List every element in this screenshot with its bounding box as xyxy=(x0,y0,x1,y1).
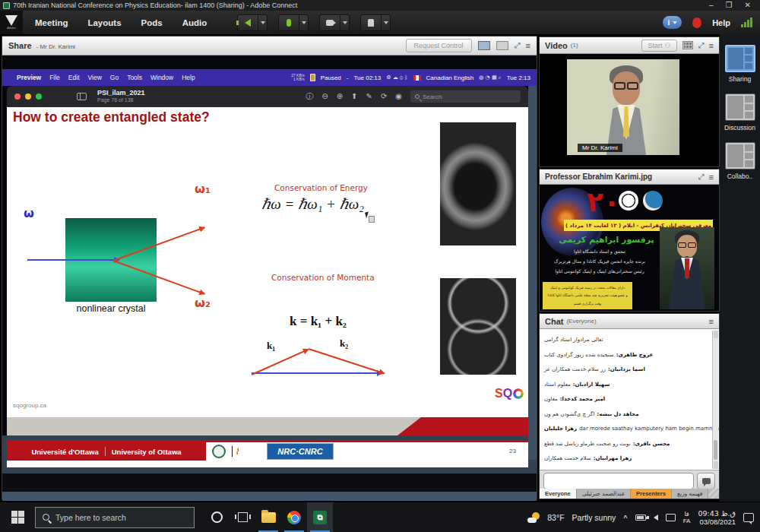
chat-message: نوبت رو صحبت طرماو زباسل شد قطع:محسن باق… xyxy=(544,438,713,450)
slide-footer-bar: Université d'Ottawa University of Ottawa… xyxy=(7,440,528,467)
pdf-zoom-out-icon[interactable]: ⊖ xyxy=(321,93,328,100)
file-explorer-button[interactable] xyxy=(255,502,281,532)
chat-pod-menu-icon[interactable]: ≡ xyxy=(709,317,714,326)
input-language[interactable]: Canadian English xyxy=(426,74,474,81)
video-pod-menu-icon[interactable]: ≡ xyxy=(709,41,714,50)
mac-zoom-icon[interactable] xyxy=(36,93,42,100)
connection-info-button[interactable]: i xyxy=(663,16,682,29)
k1-label: k₁ xyxy=(267,340,275,352)
momenta-equation: k = k₁ + k₂ xyxy=(290,314,347,329)
weather-temp[interactable]: 83°F xyxy=(547,513,564,522)
poster-line-3: رئیس سخنرانی‌های اپتیک و اپتیک کوانتومی … xyxy=(543,268,657,274)
pump-beam-arrow xyxy=(27,259,119,261)
video-feed: Mr Dr. Karimi xyxy=(540,54,719,166)
mac-menu-view[interactable]: View xyxy=(88,74,102,81)
send-message-button[interactable] xyxy=(697,473,715,489)
microphone-dropdown[interactable] xyxy=(299,15,308,30)
mac-menubar: Preview File Edit View Go Tools Window H… xyxy=(2,69,537,86)
speaker-dropdown[interactable] xyxy=(258,15,267,30)
start-button[interactable] xyxy=(0,502,35,532)
mac-menu-file[interactable]: File xyxy=(49,74,60,81)
action-center-icon[interactable] xyxy=(743,513,754,522)
chat-scrollbar-thumb[interactable] xyxy=(714,440,717,460)
share-pod-header: Share - Mr Dr. Karimi Request Control ⤢ … xyxy=(2,36,537,55)
layout-collaboration-button[interactable] xyxy=(725,142,755,169)
mac-menu-window[interactable]: Window xyxy=(150,74,173,81)
menu-layouts[interactable]: Layouts xyxy=(87,18,121,27)
taskbar-search-input[interactable]: Type here to search xyxy=(35,507,195,528)
start-webcam-button[interactable]: Start⚇ xyxy=(641,40,676,52)
video-fullscreen-icon[interactable]: ⤢ xyxy=(698,41,704,50)
pdf-markup-icon[interactable]: ✎ xyxy=(366,93,372,100)
tray-overflow-chevron[interactable]: ^ xyxy=(623,514,627,521)
chat-message-list[interactable]: تعالی مرادوار استاد گرامی سنجیده شده زیو… xyxy=(540,329,719,470)
share-pod-menu-icon[interactable]: ≡ xyxy=(526,41,530,50)
minimize-button[interactable]: – xyxy=(709,2,714,9)
mac-close-icon[interactable] xyxy=(14,93,21,100)
mac-menu-go[interactable]: Go xyxy=(110,74,119,81)
entangled-rings-image xyxy=(440,278,516,375)
view-mode-icon[interactable] xyxy=(478,41,490,50)
search-icon xyxy=(43,514,49,521)
microphone-button[interactable] xyxy=(278,14,309,31)
mac-menu-edit[interactable]: Edit xyxy=(68,74,80,81)
menu-meeting[interactable]: Meeting xyxy=(35,18,68,27)
pdf-window-header[interactable]: PSI_ilam_2021 Page 76 of 138 ⓘ ⊖ ⊕ ⬆ ✎ ⟳… xyxy=(7,86,528,107)
pdf-sidebar-toggle-icon[interactable] xyxy=(77,93,87,100)
chrome-icon xyxy=(287,511,301,524)
view-mode-2-icon[interactable] xyxy=(496,41,508,50)
mac-menu-tools[interactable]: Tools xyxy=(127,74,142,81)
taskbar-clock[interactable]: 09:43 ق.ظ03/08/2021 xyxy=(698,509,736,526)
pdf-rotate-icon[interactable]: ⟳ xyxy=(381,93,387,100)
chat-scrollbar[interactable] xyxy=(712,331,718,469)
volume-icon[interactable] xyxy=(654,515,658,521)
grid-view-icon[interactable] xyxy=(682,41,693,49)
mac-minimize-icon[interactable] xyxy=(25,93,31,100)
request-control-button[interactable]: Request Control xyxy=(406,39,472,52)
adobe-connect-taskbar-button[interactable]: ⧉ xyxy=(307,502,333,532)
chat-tab-private-1[interactable]: عبدالصمد جبرئیلی xyxy=(577,489,631,499)
pdf-zoom-in-icon[interactable]: ⊕ xyxy=(337,93,343,100)
pdf-pen-icon[interactable]: ◉ xyxy=(395,93,402,100)
chat-message: زر سلام خدمت همکاران عز:اسما یزدانیان xyxy=(544,363,713,375)
chat-message-input[interactable] xyxy=(543,473,694,489)
raise-hand-dropdown[interactable] xyxy=(381,15,390,30)
poster-pod-menu-icon[interactable]: ≡ xyxy=(709,173,714,182)
maximize-button[interactable]: ❒ xyxy=(726,2,733,9)
close-button[interactable]: ✕ xyxy=(745,2,751,9)
chat-tab-private-2[interactable]: فهیمه وزیع xyxy=(672,489,708,499)
pdf-search-input[interactable]: Search xyxy=(410,90,521,103)
layout-sharing-label: Sharing xyxy=(729,75,751,83)
webcam-dropdown[interactable] xyxy=(340,15,349,30)
energy-equation: ℏω = ℏω₁ + ℏω₂ xyxy=(261,195,364,213)
chrome-button[interactable] xyxy=(281,502,307,532)
k2-label: k₂ xyxy=(340,337,348,350)
mac-menu-preview[interactable]: Preview xyxy=(17,74,41,81)
weather-desc[interactable]: Partly sunny xyxy=(572,513,616,522)
chat-message: تعالی مرادوار استاد گرامی xyxy=(544,334,713,346)
layout-sharing-button[interactable] xyxy=(725,45,755,72)
cortana-button[interactable] xyxy=(204,502,230,532)
help-link[interactable]: Help xyxy=(712,18,730,27)
chat-tab-presenters[interactable]: Presenters xyxy=(631,489,672,499)
raise-hand-button[interactable] xyxy=(360,14,391,31)
professor-photo xyxy=(660,227,714,309)
menu-pods[interactable]: Pods xyxy=(141,18,163,27)
webcam-button[interactable] xyxy=(319,14,350,31)
pdf-share-icon[interactable]: ⬆ xyxy=(351,93,357,100)
language-indicator[interactable]: فاFA xyxy=(683,511,691,524)
display-icon[interactable] xyxy=(666,514,676,521)
pdf-info-icon[interactable]: ⓘ xyxy=(306,93,313,100)
weather-icon xyxy=(527,512,540,523)
omega-pump-label: ω xyxy=(24,206,34,220)
menu-audio[interactable]: Audio xyxy=(182,18,207,27)
poster-fullscreen-icon[interactable]: ⤢ xyxy=(698,173,704,182)
mac-clock-2: Tue 2:13 xyxy=(507,74,530,81)
speaker-button[interactable] xyxy=(237,14,268,31)
fullscreen-icon[interactable]: ⤢ xyxy=(515,41,520,50)
chat-tab-everyone[interactable]: Everyone xyxy=(540,489,577,499)
layout-discussion-button[interactable] xyxy=(725,93,755,121)
task-view-button[interactable] xyxy=(230,502,255,532)
mac-menu-help[interactable]: Help xyxy=(182,74,195,81)
battery-tray-icon[interactable] xyxy=(635,515,646,521)
